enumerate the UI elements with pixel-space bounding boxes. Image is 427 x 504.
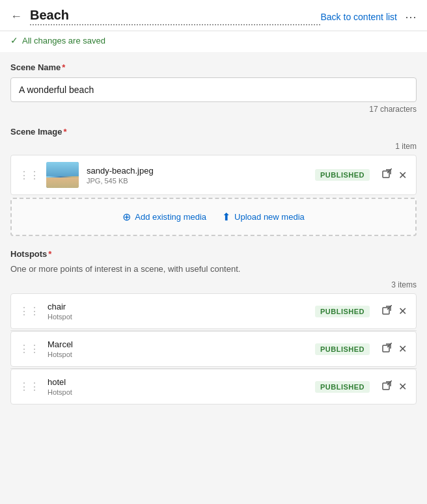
upload-zone[interactable]: ⊕ Add existing media ⬆ Upload new media [10,198,417,236]
scene-name-section: Scene Name* 17 characters [10,62,417,114]
open-external-icon[interactable] [380,167,393,183]
hotspots-section: Hotspots* One or more points of interest… [10,249,417,405]
hotspot-item: ⋮⋮ Marcel Hotspot PUBLISHED ✕ [10,331,417,367]
hotspots-description: One or more points of interest in a scen… [10,264,417,274]
content-area: Scene Name* 17 characters Scene Image* 1… [0,52,427,428]
remove-media-icon[interactable]: ✕ [397,168,408,183]
check-icon: ✓ [10,35,18,46]
hotspot-info: hotel Hotspot [48,377,315,396]
hotspot-open-icon[interactable] [380,304,393,319]
scene-name-label: Scene Name* [10,62,417,72]
add-existing-media-button[interactable]: ⊕ Add existing media [122,211,206,223]
media-info: sandy-beach.jpeg JPG, 545 KB [87,166,315,185]
hotspots-label: Hotspots* [10,249,417,259]
hotspot-published-badge: PUBLISHED [315,343,370,355]
upload-icon: ⬆ [222,211,230,223]
drag-handle-icon[interactable]: ⋮⋮ [19,169,40,181]
more-options-icon[interactable]: ⋯ [405,10,417,24]
hotspot-list: ⋮⋮ chair Hotspot PUBLISHED ✕ ⋮⋮ Marcel H… [10,293,417,405]
hotspot-drag-handle[interactable]: ⋮⋮ [19,305,40,317]
required-indicator-image: * [64,127,67,137]
hotspot-item: ⋮⋮ chair Hotspot PUBLISHED ✕ [10,293,417,329]
page-title: Beach [30,8,320,25]
hotspot-drag-handle[interactable]: ⋮⋮ [19,343,40,355]
hotspot-info: Marcel Hotspot [48,339,315,358]
char-count: 17 characters [10,105,417,114]
hotspot-name: Marcel [48,339,315,349]
published-badge: PUBLISHED [315,169,370,181]
scene-name-input[interactable] [10,77,417,102]
hotspot-type: Hotspot [48,351,315,358]
media-item: ⋮⋮ sandy-beach.jpeg JPG, 545 KB PUBLISHE… [10,155,417,195]
scene-image-label: Scene Image* [10,127,417,137]
hotspots-item-count: 3 items [10,280,417,289]
hotspot-remove-icon[interactable]: ✕ [397,341,408,356]
media-thumbnail [46,162,79,188]
hotspot-remove-icon[interactable]: ✕ [397,379,408,394]
required-indicator: * [62,62,65,72]
saved-status-text: All changes are saved [22,36,105,46]
upload-new-media-button[interactable]: ⬆ Upload new media [222,211,305,223]
hotspot-published-badge: PUBLISHED [315,306,370,317]
image-item-count: 1 item [10,142,417,151]
media-meta: JPG, 545 KB [87,177,315,185]
hotspot-open-icon[interactable] [380,341,393,357]
hotspot-item: ⋮⋮ hotel Hotspot PUBLISHED ✕ [10,369,417,405]
header: ← Beach Back to content list ⋯ [0,0,427,31]
back-to-content-link[interactable]: Back to content list [320,12,397,22]
add-media-icon: ⊕ [122,211,131,223]
hotspot-name: chair [48,302,315,312]
hotspot-drag-handle[interactable]: ⋮⋮ [19,380,40,393]
saved-status-bar: ✓ All changes are saved [0,31,427,52]
hotspot-name: hotel [48,377,315,387]
hotspot-open-icon[interactable] [380,379,393,395]
scene-image-section: Scene Image* 1 item ⋮⋮ sandy-beach.jpeg … [10,127,417,236]
hotspot-published-badge: PUBLISHED [315,381,370,393]
hotspot-type: Hotspot [48,388,315,396]
required-indicator-hotspots: * [48,249,51,259]
hotspot-type: Hotspot [48,313,315,321]
hotspot-remove-icon[interactable]: ✕ [397,304,408,319]
media-name: sandy-beach.jpeg [87,166,315,176]
hotspot-info: chair Hotspot [48,302,315,321]
back-button[interactable]: ← [10,10,22,23]
